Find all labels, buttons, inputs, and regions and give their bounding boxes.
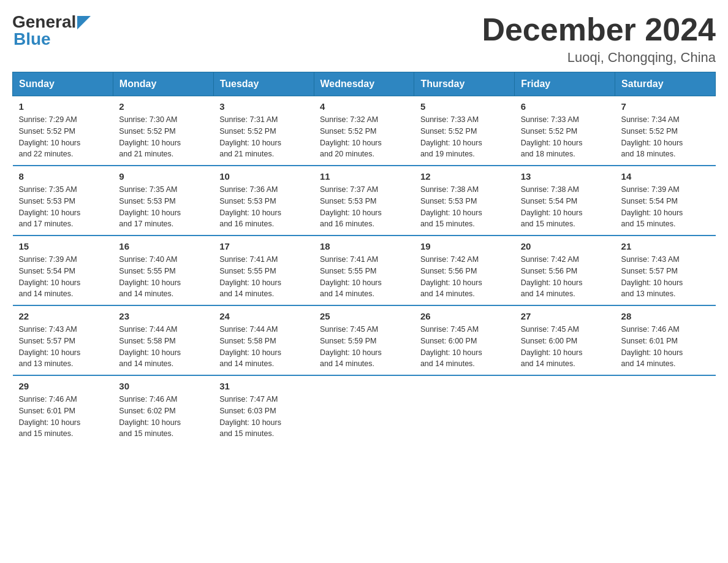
calendar-cell: 14Sunrise: 7:39 AM Sunset: 5:54 PM Dayli… xyxy=(615,166,716,236)
day-number: 21 xyxy=(621,241,710,251)
calendar-cell: 3Sunrise: 7:31 AM Sunset: 5:52 PM Daylig… xyxy=(213,96,314,166)
day-number: 24 xyxy=(219,311,308,321)
day-number: 4 xyxy=(320,101,408,112)
calendar-body: 1Sunrise: 7:29 AM Sunset: 5:52 PM Daylig… xyxy=(13,96,716,445)
calendar-cell xyxy=(515,375,615,445)
calendar-cell: 5Sunrise: 7:33 AM Sunset: 5:52 PM Daylig… xyxy=(414,96,515,166)
day-info: Sunrise: 7:46 AM Sunset: 6:01 PM Dayligh… xyxy=(621,324,710,370)
day-number: 20 xyxy=(521,241,609,251)
day-info: Sunrise: 7:41 AM Sunset: 5:55 PM Dayligh… xyxy=(320,254,408,300)
location-subtitle: Luoqi, Chongqing, China xyxy=(482,50,716,66)
calendar-cell: 13Sunrise: 7:38 AM Sunset: 5:54 PM Dayli… xyxy=(515,166,615,236)
day-number: 5 xyxy=(420,101,509,112)
day-info: Sunrise: 7:47 AM Sunset: 6:03 PM Dayligh… xyxy=(219,394,308,440)
calendar-cell: 7Sunrise: 7:34 AM Sunset: 5:52 PM Daylig… xyxy=(615,96,716,166)
day-info: Sunrise: 7:44 AM Sunset: 5:58 PM Dayligh… xyxy=(119,324,207,370)
day-number: 29 xyxy=(19,381,107,391)
day-number: 9 xyxy=(119,171,207,182)
logo: General Blue xyxy=(12,12,91,49)
day-info: Sunrise: 7:29 AM Sunset: 5:52 PM Dayligh… xyxy=(19,114,107,160)
day-number: 22 xyxy=(19,311,107,321)
week-row-2: 8Sunrise: 7:35 AM Sunset: 5:53 PM Daylig… xyxy=(13,166,716,236)
week-row-4: 22Sunrise: 7:43 AM Sunset: 5:57 PM Dayli… xyxy=(13,305,716,375)
day-info: Sunrise: 7:44 AM Sunset: 5:58 PM Dayligh… xyxy=(219,324,308,370)
calendar-header: Sunday Monday Tuesday Wednesday Thursday… xyxy=(13,72,716,96)
calendar-cell: 24Sunrise: 7:44 AM Sunset: 5:58 PM Dayli… xyxy=(213,305,314,375)
calendar-cell: 25Sunrise: 7:45 AM Sunset: 5:59 PM Dayli… xyxy=(314,305,414,375)
day-info: Sunrise: 7:43 AM Sunset: 5:57 PM Dayligh… xyxy=(19,324,107,370)
day-info: Sunrise: 7:45 AM Sunset: 6:00 PM Dayligh… xyxy=(521,324,609,370)
day-info: Sunrise: 7:39 AM Sunset: 5:54 PM Dayligh… xyxy=(621,184,710,230)
week-row-5: 29Sunrise: 7:46 AM Sunset: 6:01 PM Dayli… xyxy=(13,375,716,445)
week-row-1: 1Sunrise: 7:29 AM Sunset: 5:52 PM Daylig… xyxy=(13,96,716,166)
day-number: 18 xyxy=(320,241,408,251)
header-saturday: Saturday xyxy=(615,72,716,96)
day-info: Sunrise: 7:42 AM Sunset: 5:56 PM Dayligh… xyxy=(521,254,609,300)
header-thursday: Thursday xyxy=(414,72,515,96)
calendar-cell: 15Sunrise: 7:39 AM Sunset: 5:54 PM Dayli… xyxy=(13,236,113,305)
day-number: 15 xyxy=(19,241,107,251)
day-info: Sunrise: 7:35 AM Sunset: 5:53 PM Dayligh… xyxy=(119,184,207,230)
calendar-cell: 1Sunrise: 7:29 AM Sunset: 5:52 PM Daylig… xyxy=(13,96,113,166)
calendar-cell: 12Sunrise: 7:38 AM Sunset: 5:53 PM Dayli… xyxy=(414,166,515,236)
day-number: 6 xyxy=(521,101,609,112)
day-number: 1 xyxy=(19,101,107,112)
day-info: Sunrise: 7:32 AM Sunset: 5:52 PM Dayligh… xyxy=(320,114,408,160)
day-info: Sunrise: 7:35 AM Sunset: 5:53 PM Dayligh… xyxy=(19,184,107,230)
day-number: 17 xyxy=(219,241,308,251)
calendar-cell: 16Sunrise: 7:40 AM Sunset: 5:55 PM Dayli… xyxy=(113,236,213,305)
day-info: Sunrise: 7:34 AM Sunset: 5:52 PM Dayligh… xyxy=(621,114,710,160)
calendar-cell xyxy=(314,375,414,445)
calendar-cell: 2Sunrise: 7:30 AM Sunset: 5:52 PM Daylig… xyxy=(113,96,213,166)
title-block: December 2024 Luoqi, Chongqing, China xyxy=(482,12,716,66)
calendar-cell: 19Sunrise: 7:42 AM Sunset: 5:56 PM Dayli… xyxy=(414,236,515,305)
day-number: 16 xyxy=(119,241,207,251)
day-info: Sunrise: 7:46 AM Sunset: 6:01 PM Dayligh… xyxy=(19,394,107,440)
day-info: Sunrise: 7:40 AM Sunset: 5:55 PM Dayligh… xyxy=(119,254,207,300)
day-info: Sunrise: 7:33 AM Sunset: 5:52 PM Dayligh… xyxy=(420,114,509,160)
day-info: Sunrise: 7:46 AM Sunset: 6:02 PM Dayligh… xyxy=(119,394,207,440)
day-number: 3 xyxy=(219,101,308,112)
calendar-table: Sunday Monday Tuesday Wednesday Thursday… xyxy=(12,72,716,445)
day-info: Sunrise: 7:45 AM Sunset: 6:00 PM Dayligh… xyxy=(420,324,509,370)
logo-blue-text: Blue xyxy=(12,29,51,49)
calendar-cell: 4Sunrise: 7:32 AM Sunset: 5:52 PM Daylig… xyxy=(314,96,414,166)
calendar-cell: 11Sunrise: 7:37 AM Sunset: 5:53 PM Dayli… xyxy=(314,166,414,236)
calendar-cell: 27Sunrise: 7:45 AM Sunset: 6:00 PM Dayli… xyxy=(515,305,615,375)
logo-arrow-icon xyxy=(77,16,91,29)
header-wednesday: Wednesday xyxy=(314,72,414,96)
day-info: Sunrise: 7:39 AM Sunset: 5:54 PM Dayligh… xyxy=(19,254,107,300)
page-header: General Blue December 2024 Luoqi, Chongq… xyxy=(12,12,716,66)
day-info: Sunrise: 7:33 AM Sunset: 5:52 PM Dayligh… xyxy=(521,114,609,160)
main-title: December 2024 xyxy=(482,12,716,47)
calendar-cell: 20Sunrise: 7:42 AM Sunset: 5:56 PM Dayli… xyxy=(515,236,615,305)
calendar-cell: 8Sunrise: 7:35 AM Sunset: 5:53 PM Daylig… xyxy=(13,166,113,236)
svg-marker-0 xyxy=(77,16,91,29)
day-info: Sunrise: 7:43 AM Sunset: 5:57 PM Dayligh… xyxy=(621,254,710,300)
calendar-cell: 28Sunrise: 7:46 AM Sunset: 6:01 PM Dayli… xyxy=(615,305,716,375)
calendar-cell: 29Sunrise: 7:46 AM Sunset: 6:01 PM Dayli… xyxy=(13,375,113,445)
header-friday: Friday xyxy=(515,72,615,96)
day-info: Sunrise: 7:38 AM Sunset: 5:53 PM Dayligh… xyxy=(420,184,509,230)
calendar-cell: 23Sunrise: 7:44 AM Sunset: 5:58 PM Dayli… xyxy=(113,305,213,375)
calendar-cell: 21Sunrise: 7:43 AM Sunset: 5:57 PM Dayli… xyxy=(615,236,716,305)
calendar-cell: 26Sunrise: 7:45 AM Sunset: 6:00 PM Dayli… xyxy=(414,305,515,375)
day-number: 27 xyxy=(521,311,609,321)
calendar-cell: 31Sunrise: 7:47 AM Sunset: 6:03 PM Dayli… xyxy=(213,375,314,445)
day-number: 23 xyxy=(119,311,207,321)
day-number: 12 xyxy=(420,171,509,182)
calendar-cell: 9Sunrise: 7:35 AM Sunset: 5:53 PM Daylig… xyxy=(113,166,213,236)
calendar-cell: 18Sunrise: 7:41 AM Sunset: 5:55 PM Dayli… xyxy=(314,236,414,305)
day-number: 14 xyxy=(621,171,710,182)
day-info: Sunrise: 7:36 AM Sunset: 5:53 PM Dayligh… xyxy=(219,184,308,230)
day-number: 13 xyxy=(521,171,609,182)
calendar-cell: 22Sunrise: 7:43 AM Sunset: 5:57 PM Dayli… xyxy=(13,305,113,375)
calendar-cell: 17Sunrise: 7:41 AM Sunset: 5:55 PM Dayli… xyxy=(213,236,314,305)
calendar-cell xyxy=(615,375,716,445)
week-row-3: 15Sunrise: 7:39 AM Sunset: 5:54 PM Dayli… xyxy=(13,236,716,305)
header-tuesday: Tuesday xyxy=(213,72,314,96)
day-number: 11 xyxy=(320,171,408,182)
day-info: Sunrise: 7:41 AM Sunset: 5:55 PM Dayligh… xyxy=(219,254,308,300)
header-monday: Monday xyxy=(113,72,213,96)
day-number: 26 xyxy=(420,311,509,321)
